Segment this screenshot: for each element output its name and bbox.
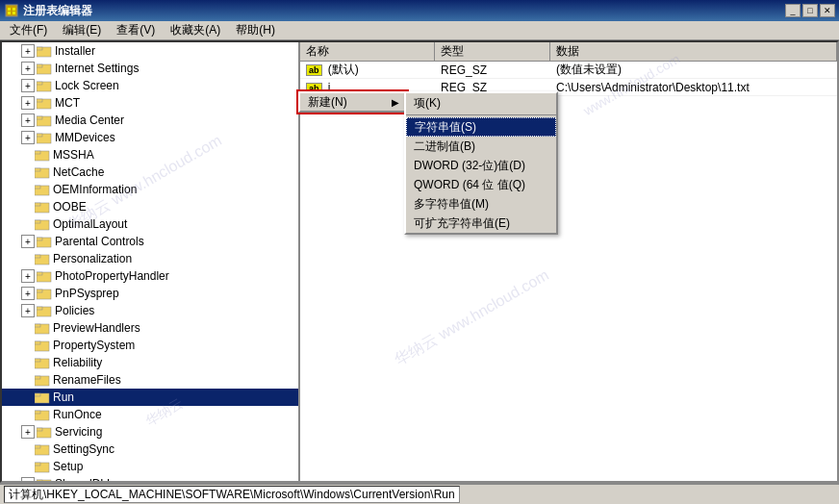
svg-rect-38: [35, 324, 40, 327]
svg-rect-16: [37, 134, 42, 137]
tree-item-reliability[interactable]: Reliability: [2, 354, 298, 371]
svg-rect-28: [37, 238, 42, 240]
tree-item-oobe[interactable]: OOBE: [2, 198, 298, 215]
expander-mct[interactable]: +: [21, 96, 35, 110]
submenu-item-string[interactable]: 字符串值(S): [406, 117, 556, 137]
submenu-item-binary[interactable]: 二进制值(B): [406, 137, 556, 156]
menu-edit[interactable]: 编辑(E): [55, 20, 109, 40]
folder-icon-propertysystem: [35, 339, 50, 352]
cell-name-default: ab (默认): [300, 62, 435, 78]
folder-icon-previewhandlers: [35, 321, 50, 335]
expander-media-center[interactable]: +: [21, 113, 35, 127]
tree-item-installer[interactable]: + Installer: [2, 42, 298, 60]
svg-rect-3: [8, 12, 11, 14]
tree-item-optimallayout[interactable]: OptimalLayout: [2, 215, 298, 233]
tree-item-pnpsysprep[interactable]: + PnPSysprep: [2, 285, 298, 302]
folder-icon-optimallayout: [35, 217, 50, 231]
expander-internet-settings[interactable]: +: [21, 62, 35, 75]
expander-shareddlls[interactable]: +: [21, 477, 35, 481]
svg-rect-56: [37, 480, 42, 481]
submenu-item-xiang[interactable]: 项(K): [406, 93, 556, 113]
window-controls[interactable]: _ □ ✕: [785, 4, 835, 17]
expander-servicing[interactable]: +: [21, 425, 35, 439]
submenu: 项(K) 字符串值(S) 二进制值(B) DWORD (32-位)值(D) QW…: [404, 91, 558, 235]
tree-item-media-center[interactable]: + Media Center: [2, 112, 298, 129]
svg-rect-52: [35, 445, 40, 448]
expander-policies[interactable]: +: [21, 304, 35, 317]
tree-item-mct[interactable]: + MCT: [2, 94, 298, 112]
tree-label-personalization: Personalization: [53, 252, 132, 265]
close-button[interactable]: ✕: [820, 4, 835, 17]
folder-icon-mmdevices: [37, 131, 52, 144]
tree-item-setup[interactable]: Setup: [2, 458, 298, 475]
svg-rect-48: [35, 411, 40, 414]
svg-rect-30: [35, 255, 40, 258]
tree-item-propertysystem[interactable]: PropertySystem: [2, 337, 298, 354]
tree-label-internet-settings: Internet Settings: [55, 62, 139, 75]
minimize-button[interactable]: _: [785, 4, 801, 17]
svg-rect-24: [35, 203, 40, 206]
tree-item-lock-screen[interactable]: + Lock Screen: [2, 77, 298, 94]
expander-photopropertyhandler[interactable]: +: [21, 269, 35, 283]
submenu-item-dword[interactable]: DWORD (32-位)值(D): [406, 156, 556, 175]
folder-icon-photopropertyhandler: [37, 269, 52, 283]
tree-item-parental-controls[interactable]: + Parental Controls: [2, 233, 298, 250]
cell-type-default: REG_SZ: [435, 63, 550, 77]
submenu-item-qword[interactable]: QWORD (64 位 值(Q): [406, 175, 556, 194]
folder-icon-policies: [37, 304, 52, 317]
tree-label-pnpsysprep: PnPSysprep: [55, 287, 119, 300]
menu-file[interactable]: 文件(F): [2, 20, 55, 40]
svg-rect-32: [37, 272, 42, 275]
tree-item-photopropertyhandler[interactable]: + PhotoPropertyHandler: [2, 267, 298, 285]
status-path-text: 计算机\HKEY_LOCAL_MACHINE\SOFTWARE\Microsof…: [9, 487, 455, 503]
folder-icon-renamefiles: [35, 373, 50, 387]
col-header-data: 数据: [550, 42, 837, 61]
tree-item-personalization[interactable]: Personalization: [2, 250, 298, 267]
folder-icon-parental-controls: [37, 235, 52, 248]
tree-label-lock-screen: Lock Screen: [55, 79, 119, 92]
tree-item-settingsync[interactable]: SettingSync: [2, 441, 298, 458]
tree-label-setup: Setup: [53, 460, 83, 473]
tree-item-mssha[interactable]: MSSHA: [2, 146, 298, 164]
folder-icon-internet-settings: [37, 62, 52, 75]
tree-item-run[interactable]: Run: [2, 389, 298, 406]
tree-item-servicing[interactable]: + Servicing: [2, 423, 298, 441]
tree-item-internet-settings[interactable]: + Internet Settings: [2, 60, 298, 77]
expander-pnpsysprep[interactable]: +: [21, 287, 35, 300]
menu-view[interactable]: 查看(V): [109, 20, 163, 40]
context-menu-area: 新建(N) ▶ 项(K) 字符串值(S) 二进制值(B) DWORD (32-位…: [298, 91, 407, 113]
tree-label-mct: MCT: [55, 96, 80, 110]
tree-item-runonce[interactable]: RunOnce: [2, 406, 298, 423]
expander-mmdevices[interactable]: +: [21, 131, 35, 144]
new-menu-button[interactable]: 新建(N) ▶: [298, 91, 407, 113]
tree-item-previewhandlers[interactable]: PreviewHandlers: [2, 319, 298, 337]
new-menu-label: 新建(N): [308, 94, 347, 111]
submenu-item-expandstring[interactable]: 可扩充字符串值(E): [406, 214, 556, 233]
expander-lock-screen[interactable]: +: [21, 79, 35, 92]
tree-item-renamefiles[interactable]: RenameFiles: [2, 371, 298, 389]
svg-rect-46: [35, 393, 40, 396]
tree-label-reliability: Reliability: [53, 356, 102, 369]
svg-rect-44: [35, 376, 40, 379]
folder-icon-oobe: [35, 200, 50, 214]
new-menu-arrow: ▶: [392, 97, 399, 108]
submenu-item-multistring[interactable]: 多字符串值(M): [406, 194, 556, 214]
svg-rect-22: [35, 186, 40, 189]
menu-favorites[interactable]: 收藏夹(A): [163, 20, 228, 40]
tree-item-shareddlls[interactable]: + SharedDLLs: [2, 475, 298, 481]
expander-installer[interactable]: +: [21, 44, 35, 58]
tree-pane: + Installer + Internet Settings + Lock S…: [2, 42, 300, 481]
tree-item-policies[interactable]: + Policies: [2, 302, 298, 319]
tree-item-mmdevices[interactable]: + MMDevices: [2, 129, 298, 146]
tree-scroll[interactable]: + Installer + Internet Settings + Lock S…: [2, 42, 298, 481]
svg-rect-14: [37, 116, 42, 119]
tree-item-netcache[interactable]: NetCache: [2, 164, 298, 181]
expander-parental-controls[interactable]: +: [21, 235, 35, 248]
table-row[interactable]: ab (默认) REG_SZ (数值未设置): [300, 62, 837, 79]
maximize-button[interactable]: □: [802, 4, 818, 17]
tree-item-oeminformation[interactable]: OEMInformation: [2, 181, 298, 198]
svg-rect-42: [35, 359, 40, 362]
menu-help[interactable]: 帮助(H): [228, 20, 283, 40]
tree-label-run: Run: [53, 391, 74, 404]
tree-label-servicing: Servicing: [55, 425, 102, 439]
